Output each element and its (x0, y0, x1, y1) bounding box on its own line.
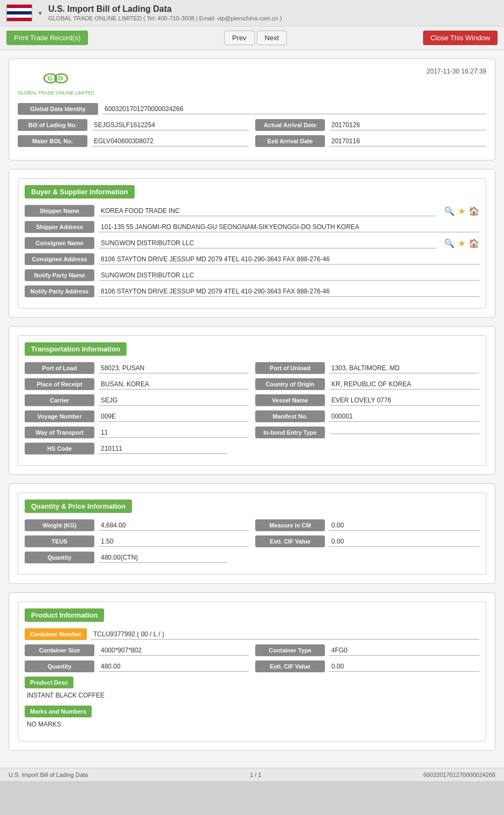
notify-party-address-value: 8106 STAYTON DRIVE JESSUP MD 2079 4TEL 4… (99, 287, 479, 297)
mater-bol-row: Mater BOL No. EGLV040600308072 Esti Arri… (18, 135, 486, 151)
port-of-unload-row: Port of Unload 1303, BALTIMORE, MD (255, 362, 479, 374)
transportation-title: Transportation Information (25, 342, 127, 356)
next-button[interactable]: Next (257, 31, 287, 45)
quantity-price-section: Quantity & Price Information Weight (KG)… (18, 493, 486, 575)
esti-cif-qp-label: Esti. CIF Value (255, 535, 325, 547)
product-cif-value: 0.00 (329, 662, 479, 672)
voyage-number-row: Voyage Number 009E (25, 410, 249, 422)
mater-bol-value: EGLV040600308072 (92, 136, 249, 146)
buyer-supplier-section: Buyer & Supplier Information Shipper Nam… (18, 178, 486, 309)
measure-label: Measure in CM (255, 519, 325, 531)
measure-value: 0.00 (329, 520, 479, 531)
footer-bar: U.S. Import Bill of Lading Data 1 / 1 60… (0, 768, 504, 781)
shipper-home-icon[interactable]: 🏠 (469, 206, 479, 216)
consignee-name-value: SUNGWON DISTRIBUTOR LLC (99, 238, 436, 248)
product-desc-section: Product Desc INSTANT BLACK COFFEE (25, 677, 479, 702)
container-number-row: Container Number TCLU9377992 ( 00 / L / … (25, 628, 479, 640)
footer-right: 6003201701270000024266 (423, 772, 495, 778)
notify-party-address-row: Notify Party Address 8106 STAYTON DRIVE … (25, 285, 479, 297)
consignee-star-icon[interactable]: ★ (458, 238, 465, 248)
container-size-value: 4000*907*802 (99, 645, 249, 656)
way-inbond-row: Way of Transport 11 In-bond Entry Type (25, 427, 479, 443)
consignee-home-icon[interactable]: 🏠 (469, 238, 479, 248)
product-cif-row: Esti. CIF Value 0.00 (255, 660, 479, 672)
marks-text: NO MARKS (25, 717, 479, 731)
hs-code-value: 210111 (99, 444, 227, 454)
transportation-section: Transportation Information Port of Load … (18, 335, 486, 466)
hs-code-row: HS Code 210111 (25, 443, 479, 454)
global-data-identity-value: 6003201701270000024266 (102, 104, 486, 114)
svg-text:G: G (48, 75, 53, 82)
weight-measure-row: Weight (KG) 4,684.00 Measure in CM 0.00 (25, 519, 479, 535)
carrier-row: Carrier SEJG (25, 394, 249, 406)
svg-text:O: O (58, 75, 63, 82)
in-bond-entry-row: In-bond Entry Type (255, 427, 479, 438)
voyage-manifest-row: Voyage Number 009E Manifest No. 000001 (25, 410, 479, 427)
product-desc-button[interactable]: Product Desc (25, 677, 73, 688)
print-button[interactable]: Print Trade Record(s) (6, 31, 88, 45)
dropdown-arrow-icon[interactable]: ▼ (38, 10, 43, 16)
teus-label: TEUS (25, 535, 94, 547)
logo-area: G O GLOBAL TRADE ONLINE LIMITED (18, 68, 94, 96)
vessel-name-row: Vessel Name EVER LOVELY 0776 (255, 394, 479, 406)
way-of-transport-value: 11 (99, 428, 249, 438)
product-quantity-label: Quantity (25, 660, 94, 672)
shipper-search-icon[interactable]: 🔍 (444, 206, 455, 216)
notify-party-address-label: Notify Party Address (25, 285, 94, 297)
teus-cif-row: TEUS 1.50 Esti. CIF Value 0.00 (25, 535, 479, 552)
notify-party-name-label: Notify Party Name (25, 269, 94, 281)
country-of-origin-label: Country of Origin (255, 378, 325, 390)
esti-arrival-value: 20170116 (329, 136, 486, 146)
in-bond-entry-value (329, 431, 479, 434)
shipper-action-icons: 🔍 ★ 🏠 (444, 206, 479, 216)
shipper-address-value: 101-135 55 JANGMI-RO BUNDANG-GU SEONGNAM… (99, 222, 479, 232)
header-card: G O GLOBAL TRADE ONLINE LIMITED 2017-11-… (9, 58, 495, 160)
container-type-row: Container Type 4FG0 (255, 644, 479, 656)
top-bar: ▼ U.S. Import Bill of Lading Data GLOBAL… (0, 0, 504, 26)
shipper-address-row: Shipper Address 101-135 55 JANGMI-RO BUN… (25, 221, 479, 233)
container-type-value: 4FG0 (329, 645, 479, 656)
footer-left: U.S. Import Bill of Lading Data (9, 772, 88, 778)
product-quantity-row: Quantity 480.00 (25, 660, 249, 672)
way-of-transport-label: Way of Transport (25, 427, 94, 438)
product-cif-label: Esti. CIF Value (255, 660, 325, 672)
toolbar: Print Trade Record(s) Prev Next Close Th… (0, 26, 504, 50)
consignee-search-icon[interactable]: 🔍 (444, 238, 455, 248)
notify-party-name-value: SUNGWON DISTRIBUTOR LLC (99, 270, 479, 281)
carrier-label: Carrier (25, 394, 94, 406)
shipper-name-label: Shipper Name (25, 205, 94, 217)
port-of-unload-value: 1303, BALTIMORE, MD (329, 363, 479, 373)
shipper-star-icon[interactable]: ★ (458, 206, 465, 216)
consignee-address-value: 8106 STAYTON DRIVE JESSUP MD 2079 4TEL 4… (99, 254, 479, 265)
voyage-number-label: Voyage Number (25, 410, 94, 422)
actual-arrival-value: 20170126 (329, 120, 486, 130)
port-row: Port of Load 58023, PUSAN Port of Unload… (25, 362, 479, 378)
container-number-button[interactable]: Container Number (25, 628, 87, 640)
country-of-origin-value: KR, REPUBLIC OF KOREA (329, 379, 479, 390)
product-desc-text: INSTANT BLACK COFFEE (25, 688, 479, 702)
weight-row: Weight (KG) 4,684.00 (25, 519, 249, 531)
global-data-identity-row: Global Data Identity 6003201701270000024… (18, 103, 486, 115)
logo-tagline: GLOBAL TRADE ONLINE LIMITED (18, 90, 94, 96)
container-size-row: Container Size 4000*907*802 (25, 644, 249, 656)
mater-bol-no-row: Mater BOL No. EGLV040600308072 (18, 135, 249, 147)
marks-button[interactable]: Marks and Numbers (25, 706, 92, 717)
bol-no-label: Bill of Lading No. (18, 119, 87, 131)
consignee-name-label: Consignee Name (25, 237, 94, 249)
carrier-vessel-row: Carrier SEJG Vessel Name EVER LOVELY 077… (25, 394, 479, 410)
quantity-qp-row: Quantity 480.00(CTN) (25, 552, 479, 563)
prev-button[interactable]: Prev (224, 31, 255, 45)
weight-label: Weight (KG) (25, 519, 94, 531)
esti-arrival-row: Esti Arrival Date 20170116 (255, 135, 486, 147)
consignee-address-row: Consignee Address 8106 STAYTON DRIVE JES… (25, 253, 479, 265)
buyer-supplier-title: Buyer & Supplier Information (25, 185, 135, 199)
product-title: Product Information (25, 608, 104, 622)
footer-center: 1 / 1 (250, 772, 261, 778)
close-button[interactable]: Close This Window (423, 31, 498, 45)
teus-value: 1.50 (99, 537, 249, 547)
voyage-number-value: 009E (99, 412, 249, 422)
place-of-receipt-label: Place of Receipt (25, 378, 94, 390)
transportation-card: Transportation Information Port of Load … (9, 326, 495, 475)
weight-value: 4,684.00 (99, 520, 249, 531)
timestamp: 2017-11-30 16:27:39 (427, 68, 486, 75)
